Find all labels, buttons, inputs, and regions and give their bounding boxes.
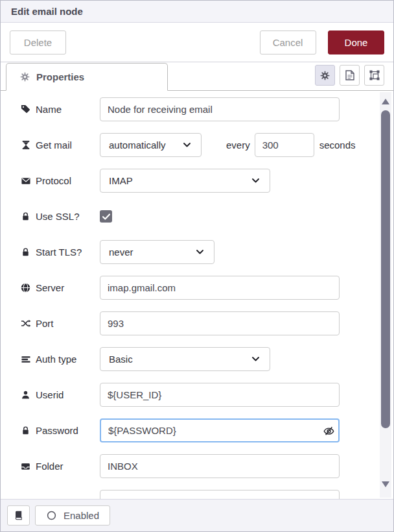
- toggle-password-visibility-button[interactable]: [323, 425, 334, 436]
- done-button[interactable]: Done: [328, 30, 384, 54]
- editor-view-buttons: [315, 65, 384, 86]
- lock-icon: [20, 247, 31, 257]
- tag-icon: [20, 104, 31, 114]
- folder-label: Folder: [20, 461, 100, 472]
- interval-input[interactable]: [255, 133, 314, 157]
- enabled-toggle-button[interactable]: Enabled: [35, 505, 110, 526]
- protocol-select[interactable]: IMAP: [100, 169, 270, 193]
- auth-type-label: Auth type: [20, 354, 100, 365]
- start-tls-label: Start TLS?: [20, 247, 100, 258]
- inbox-icon: [20, 462, 31, 471]
- form-row-get-mail: Get mail automatically every seconds: [20, 133, 393, 157]
- form-row-start-tls: Start TLS? never: [20, 240, 393, 264]
- form-row-folder: Folder: [20, 454, 393, 478]
- server-label: Server: [20, 282, 100, 293]
- form-row-port: Port: [20, 311, 393, 335]
- lock-icon: [20, 212, 31, 221]
- port-label: Port: [20, 318, 100, 329]
- bars-icon: [20, 355, 31, 364]
- tab-properties[interactable]: Properties: [6, 63, 168, 91]
- seconds-label: seconds: [319, 139, 356, 151]
- server-input[interactable]: [100, 276, 340, 300]
- password-label: Password: [20, 425, 100, 436]
- start-tls-select[interactable]: never: [100, 240, 214, 264]
- edit-email-node-dialog: Edit email node Delete Cancel Done Prope…: [0, 0, 394, 532]
- appearance-view-button[interactable]: [364, 65, 384, 86]
- gear-icon: [319, 71, 330, 80]
- tab-bar: Properties: [1, 62, 393, 91]
- password-field-wrap: [100, 418, 340, 442]
- appearance-icon: [369, 70, 380, 80]
- dialog-footer: Enabled: [1, 499, 393, 531]
- folder-input[interactable]: [100, 454, 340, 478]
- scrollbar-up-arrow[interactable]: [382, 99, 389, 104]
- password-input[interactable]: [100, 418, 340, 442]
- properties-form: Name Get mail automatically every: [1, 91, 393, 499]
- name-label: Name: [20, 104, 100, 115]
- port-input[interactable]: [100, 311, 340, 335]
- scrollbar-thumb[interactable]: [381, 110, 390, 428]
- shuffle-icon: [20, 319, 31, 328]
- form-row-userid: Userid: [20, 383, 393, 407]
- book-icon: [13, 511, 24, 520]
- auth-type-select[interactable]: Basic: [100, 347, 270, 371]
- toolbar-right-group: Cancel Done: [260, 30, 384, 54]
- document-icon: [344, 70, 355, 80]
- name-input[interactable]: [100, 97, 340, 121]
- form-row-use-ssl: Use SSL?: [20, 204, 393, 228]
- globe-icon: [20, 283, 31, 293]
- form-row-partial: [20, 490, 393, 499]
- get-mail-label: Get mail: [20, 139, 100, 151]
- description-view-button[interactable]: [340, 65, 360, 86]
- form-row-name: Name: [20, 97, 393, 121]
- dialog-toolbar: Delete Cancel Done: [1, 23, 393, 62]
- enabled-label: Enabled: [64, 510, 99, 521]
- properties-view-button[interactable]: [315, 65, 335, 86]
- userid-label: Userid: [20, 389, 100, 400]
- lock-icon: [20, 426, 31, 435]
- user-icon: [20, 390, 31, 400]
- chevron-down-icon: [181, 143, 192, 147]
- cancel-button[interactable]: Cancel: [260, 30, 316, 54]
- chevron-down-icon: [194, 250, 205, 254]
- chevron-down-icon: [250, 357, 261, 361]
- use-ssl-label: Use SSL?: [20, 211, 100, 222]
- form-scrollbar[interactable]: [380, 92, 391, 498]
- node-help-button[interactable]: [7, 505, 30, 526]
- every-label: every: [226, 139, 250, 151]
- form-row-auth-type: Auth type Basic: [20, 347, 393, 371]
- userid-input[interactable]: [100, 383, 340, 407]
- form-row-server: Server: [20, 276, 393, 300]
- hourglass-icon: [20, 140, 31, 150]
- form-row-password: Password: [20, 418, 393, 442]
- tab-properties-label: Properties: [36, 71, 84, 82]
- protocol-label: Protocol: [20, 175, 100, 186]
- partial-input[interactable]: [100, 490, 340, 499]
- delete-button[interactable]: Delete: [10, 30, 66, 54]
- form-row-protocol: Protocol IMAP: [20, 169, 393, 193]
- scrollbar-down-arrow[interactable]: [382, 481, 389, 487]
- get-mail-select[interactable]: automatically: [100, 133, 202, 157]
- chevron-down-icon: [250, 178, 261, 183]
- circle-icon: [46, 511, 57, 520]
- gear-icon: [19, 72, 30, 82]
- dialog-title: Edit email node: [11, 6, 83, 17]
- eye-slash-icon: [323, 425, 334, 436]
- use-ssl-checkbox[interactable]: [100, 210, 112, 223]
- envelope-icon: [20, 176, 31, 186]
- dialog-header: Edit email node: [1, 1, 393, 23]
